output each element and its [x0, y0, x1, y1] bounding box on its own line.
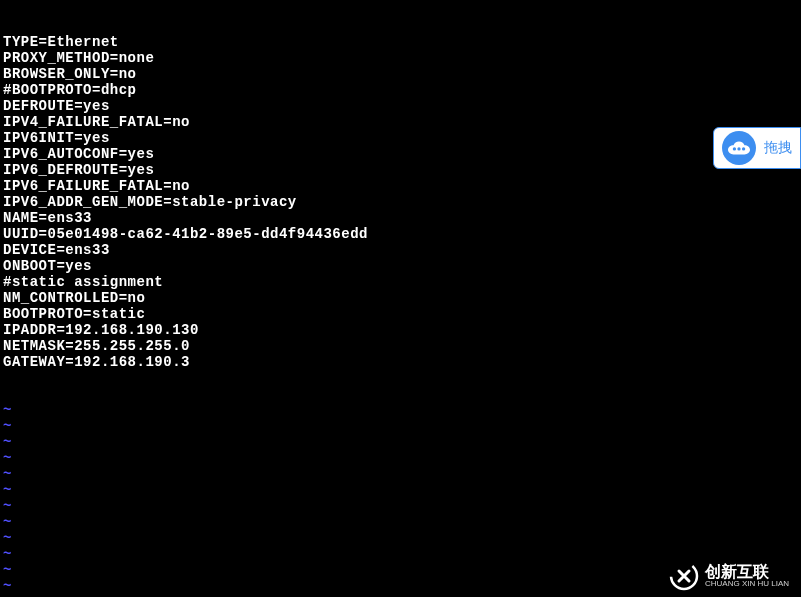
config-line: PROXY_METHOD=none — [3, 50, 798, 66]
config-line: NAME=ens33 — [3, 210, 798, 226]
empty-line-tilde: ~ — [3, 514, 798, 530]
svg-point-1 — [737, 147, 740, 150]
watermark-zh: 创新互联 — [705, 563, 789, 581]
config-line: BROWSER_ONLY=no — [3, 66, 798, 82]
config-line: IPV6_AUTOCONF=yes — [3, 146, 798, 162]
config-line: BOOTPROTO=static — [3, 306, 798, 322]
config-line: TYPE=Ethernet — [3, 34, 798, 50]
config-line: IPV6INIT=yes — [3, 130, 798, 146]
bottom-border — [0, 596, 801, 603]
empty-line-tilde: ~ — [3, 546, 798, 562]
config-line: NETMASK=255.255.255.0 — [3, 338, 798, 354]
empty-line-tilde: ~ — [3, 498, 798, 514]
upload-drag-label: 拖拽 — [764, 139, 792, 157]
config-line: IPV6_DEFROUTE=yes — [3, 162, 798, 178]
watermark: 创新互联 CHUANG XIN HU LIAN — [669, 561, 789, 591]
config-line: ONBOOT=yes — [3, 258, 798, 274]
config-line: NM_CONTROLLED=no — [3, 290, 798, 306]
empty-line-tilde: ~ — [3, 450, 798, 466]
svg-point-2 — [742, 147, 745, 150]
empty-line-tilde: ~ — [3, 402, 798, 418]
config-line: IPADDR=192.168.190.130 — [3, 322, 798, 338]
empty-line-tilde: ~ — [3, 434, 798, 450]
config-line: #BOOTPROTO=dhcp — [3, 82, 798, 98]
empty-line-tilde: ~ — [3, 482, 798, 498]
watermark-en: CHUANG XIN HU LIAN — [705, 580, 789, 589]
empty-line-tilde: ~ — [3, 530, 798, 546]
config-line: GATEWAY=192.168.190.3 — [3, 354, 798, 370]
upload-drag-button[interactable]: 拖拽 — [713, 127, 801, 169]
config-line: #static assignment — [3, 274, 798, 290]
file-content: TYPE=EthernetPROXY_METHOD=noneBROWSER_ON… — [3, 34, 798, 370]
terminal-editor[interactable]: TYPE=EthernetPROXY_METHOD=noneBROWSER_ON… — [0, 0, 801, 596]
empty-line-tilde: ~ — [3, 418, 798, 434]
cloud-icon — [722, 131, 756, 165]
empty-line-tilde: ~ — [3, 466, 798, 482]
config-line: DEFROUTE=yes — [3, 98, 798, 114]
watermark-icon — [669, 561, 699, 591]
config-line: IPV4_FAILURE_FATAL=no — [3, 114, 798, 130]
config-line: DEVICE=ens33 — [3, 242, 798, 258]
config-line: IPV6_FAILURE_FATAL=no — [3, 178, 798, 194]
config-line: UUID=05e01498-ca62-41b2-89e5-dd4f94436ed… — [3, 226, 798, 242]
config-line: IPV6_ADDR_GEN_MODE=stable-privacy — [3, 194, 798, 210]
svg-point-0 — [733, 147, 736, 150]
